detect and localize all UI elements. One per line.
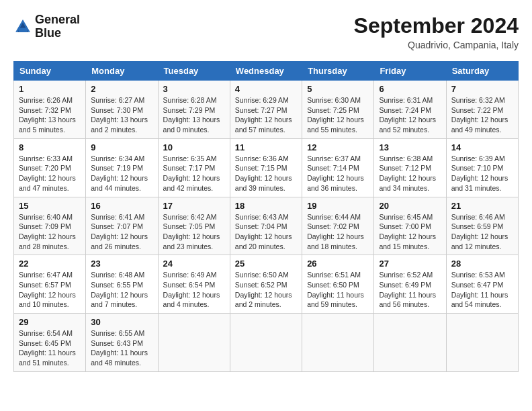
logo-line2: Blue <box>35 27 80 40</box>
day-number: 24 <box>163 259 225 269</box>
col-header-monday: Monday <box>86 62 158 81</box>
day-info: Sunrise: 6:33 AMSunset: 7:20 PMDaylight:… <box>19 154 81 193</box>
day-number: 13 <box>379 142 441 152</box>
day-number: 23 <box>91 259 152 269</box>
day-cell: 8Sunrise: 6:33 AMSunset: 7:20 PMDaylight… <box>14 138 86 197</box>
day-cell: 28Sunrise: 6:53 AMSunset: 6:47 PMDayligh… <box>446 255 518 314</box>
day-info: Sunrise: 6:27 AMSunset: 7:30 PMDaylight:… <box>91 95 152 135</box>
day-cell: 20Sunrise: 6:45 AMSunset: 7:00 PMDayligh… <box>374 197 446 255</box>
day-info: Sunrise: 6:43 AMSunset: 7:04 PMDaylight:… <box>235 212 297 252</box>
day-info: Sunrise: 6:50 AMSunset: 6:52 PMDaylight:… <box>235 270 297 310</box>
day-cell: 29Sunrise: 6:54 AMSunset: 6:45 PMDayligh… <box>14 314 86 372</box>
day-number: 11 <box>235 142 297 152</box>
col-header-tuesday: Tuesday <box>158 62 230 81</box>
day-number: 3 <box>163 84 225 94</box>
day-cell: 5Sunrise: 6:30 AMSunset: 7:25 PMDaylight… <box>302 81 374 139</box>
day-cell: 26Sunrise: 6:51 AMSunset: 6:50 PMDayligh… <box>302 255 374 314</box>
day-cell <box>374 314 446 372</box>
day-info: Sunrise: 6:41 AMSunset: 7:07 PMDaylight:… <box>91 212 152 252</box>
day-cell: 25Sunrise: 6:50 AMSunset: 6:52 PMDayligh… <box>230 255 302 314</box>
day-cell <box>302 314 374 372</box>
day-number: 6 <box>379 84 441 94</box>
day-number: 17 <box>163 201 225 211</box>
day-info: Sunrise: 6:55 AMSunset: 6:43 PMDaylight:… <box>91 328 152 368</box>
day-number: 22 <box>19 259 81 269</box>
day-cell: 10Sunrise: 6:35 AMSunset: 7:17 PMDayligh… <box>158 138 230 197</box>
day-info: Sunrise: 6:48 AMSunset: 6:55 PMDaylight:… <box>91 270 152 310</box>
day-number: 8 <box>19 142 81 152</box>
day-cell: 9Sunrise: 6:34 AMSunset: 7:19 PMDaylight… <box>86 138 158 197</box>
day-number: 5 <box>307 84 369 94</box>
day-info: Sunrise: 6:36 AMSunset: 7:15 PMDaylight:… <box>235 154 297 193</box>
day-cell: 14Sunrise: 6:39 AMSunset: 7:10 PMDayligh… <box>446 138 518 197</box>
day-info: Sunrise: 6:38 AMSunset: 7:12 PMDaylight:… <box>379 154 441 193</box>
day-info: Sunrise: 6:29 AMSunset: 7:27 PMDaylight:… <box>235 95 297 135</box>
day-info: Sunrise: 6:54 AMSunset: 6:45 PMDaylight:… <box>19 328 81 368</box>
day-number: 12 <box>307 142 369 152</box>
day-info: Sunrise: 6:37 AMSunset: 7:14 PMDaylight:… <box>307 154 369 193</box>
day-cell: 24Sunrise: 6:49 AMSunset: 6:54 PMDayligh… <box>158 255 230 314</box>
day-info: Sunrise: 6:53 AMSunset: 6:47 PMDaylight:… <box>451 270 513 310</box>
day-cell: 12Sunrise: 6:37 AMSunset: 7:14 PMDayligh… <box>302 138 374 197</box>
logo-line1: General <box>35 13 80 27</box>
logo-text: General Blue <box>35 13 80 40</box>
day-number: 1 <box>19 84 81 94</box>
day-info: Sunrise: 6:32 AMSunset: 7:22 PMDaylight:… <box>451 95 513 135</box>
week-row-5: 29Sunrise: 6:54 AMSunset: 6:45 PMDayligh… <box>14 314 519 372</box>
day-cell: 3Sunrise: 6:28 AMSunset: 7:29 PMDaylight… <box>158 81 230 139</box>
logo-icon <box>13 17 32 36</box>
day-number: 27 <box>379 259 441 269</box>
title-block: September 2024 Quadrivio, Campania, Ital… <box>354 13 519 50</box>
day-number: 14 <box>451 142 513 152</box>
header-row: SundayMondayTuesdayWednesdayThursdayFrid… <box>14 62 519 81</box>
week-row-2: 8Sunrise: 6:33 AMSunset: 7:20 PMDaylight… <box>14 138 519 197</box>
day-info: Sunrise: 6:28 AMSunset: 7:29 PMDaylight:… <box>163 95 225 135</box>
day-info: Sunrise: 6:44 AMSunset: 7:02 PMDaylight:… <box>307 212 369 252</box>
day-cell: 6Sunrise: 6:31 AMSunset: 7:24 PMDaylight… <box>374 81 446 139</box>
day-info: Sunrise: 6:49 AMSunset: 6:54 PMDaylight:… <box>163 270 225 310</box>
day-info: Sunrise: 6:35 AMSunset: 7:17 PMDaylight:… <box>163 154 225 193</box>
day-number: 16 <box>91 201 152 211</box>
day-info: Sunrise: 6:47 AMSunset: 6:57 PMDaylight:… <box>19 270 81 310</box>
day-cell: 19Sunrise: 6:44 AMSunset: 7:02 PMDayligh… <box>302 197 374 255</box>
day-number: 4 <box>235 84 297 94</box>
day-number: 7 <box>451 84 513 94</box>
day-info: Sunrise: 6:52 AMSunset: 6:49 PMDaylight:… <box>379 270 441 310</box>
day-number: 30 <box>91 317 152 327</box>
day-cell: 13Sunrise: 6:38 AMSunset: 7:12 PMDayligh… <box>374 138 446 197</box>
day-cell: 22Sunrise: 6:47 AMSunset: 6:57 PMDayligh… <box>14 255 86 314</box>
week-row-1: 1Sunrise: 6:26 AMSunset: 7:32 PMDaylight… <box>14 81 519 139</box>
day-cell: 23Sunrise: 6:48 AMSunset: 6:55 PMDayligh… <box>86 255 158 314</box>
day-info: Sunrise: 6:34 AMSunset: 7:19 PMDaylight:… <box>91 154 152 193</box>
day-cell <box>446 314 518 372</box>
day-info: Sunrise: 6:31 AMSunset: 7:24 PMDaylight:… <box>379 95 441 135</box>
day-number: 21 <box>451 201 513 211</box>
week-row-3: 15Sunrise: 6:40 AMSunset: 7:09 PMDayligh… <box>14 197 519 255</box>
day-number: 2 <box>91 84 152 94</box>
day-cell: 4Sunrise: 6:29 AMSunset: 7:27 PMDaylight… <box>230 81 302 139</box>
day-cell: 15Sunrise: 6:40 AMSunset: 7:09 PMDayligh… <box>14 197 86 255</box>
day-number: 10 <box>163 142 225 152</box>
day-number: 9 <box>91 142 152 152</box>
col-header-wednesday: Wednesday <box>230 62 302 81</box>
col-header-friday: Friday <box>374 62 446 81</box>
day-cell: 1Sunrise: 6:26 AMSunset: 7:32 PMDaylight… <box>14 81 86 139</box>
day-cell: 17Sunrise: 6:42 AMSunset: 7:05 PMDayligh… <box>158 197 230 255</box>
day-cell: 21Sunrise: 6:46 AMSunset: 6:59 PMDayligh… <box>446 197 518 255</box>
day-number: 15 <box>19 201 81 211</box>
day-number: 25 <box>235 259 297 269</box>
day-number: 26 <box>307 259 369 269</box>
day-number: 28 <box>451 259 513 269</box>
page-header: General Blue September 2024 Quadrivio, C… <box>13 13 519 50</box>
logo: General Blue <box>13 13 80 40</box>
col-header-saturday: Saturday <box>446 62 518 81</box>
day-cell: 2Sunrise: 6:27 AMSunset: 7:30 PMDaylight… <box>86 81 158 139</box>
day-cell: 27Sunrise: 6:52 AMSunset: 6:49 PMDayligh… <box>374 255 446 314</box>
day-cell: 16Sunrise: 6:41 AMSunset: 7:07 PMDayligh… <box>86 197 158 255</box>
day-cell: 11Sunrise: 6:36 AMSunset: 7:15 PMDayligh… <box>230 138 302 197</box>
day-cell: 7Sunrise: 6:32 AMSunset: 7:22 PMDaylight… <box>446 81 518 139</box>
day-info: Sunrise: 6:42 AMSunset: 7:05 PMDaylight:… <box>163 212 225 252</box>
day-number: 19 <box>307 201 369 211</box>
day-cell: 18Sunrise: 6:43 AMSunset: 7:04 PMDayligh… <box>230 197 302 255</box>
day-number: 29 <box>19 317 81 327</box>
